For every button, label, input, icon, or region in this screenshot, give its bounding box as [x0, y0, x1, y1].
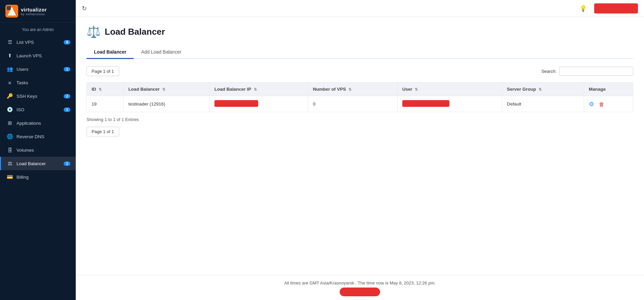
- table-row: 19 testloader (12916) 0: [87, 96, 633, 112]
- svg-rect-2: [7, 6, 11, 10]
- sidebar-logo: virtualizor by softaculous: [0, 0, 76, 23]
- search-label: Search:: [541, 69, 556, 74]
- sidebar: virtualizor by softaculous You are an Ad…: [0, 0, 76, 300]
- users-icon: 👥: [6, 66, 13, 72]
- sidebar-label-ssh-keys: SSH Keys: [16, 94, 62, 99]
- page-of-button-bottom[interactable]: Page 1 of 1: [87, 127, 119, 137]
- controls-row-top: Page 1 of 1 Search:: [87, 66, 633, 76]
- list-vps-badge: 8: [64, 40, 70, 44]
- sidebar-item-list-vps[interactable]: ☰ List VPS 8: [0, 35, 76, 49]
- tasks-icon: ≡: [6, 79, 13, 86]
- col-header-num-vps: Number of VPS ⇅: [308, 83, 397, 96]
- footer: All times are GMT Asia/Krasnoyarsk . The…: [76, 275, 644, 300]
- reverse-dns-icon: 🌐: [6, 133, 13, 140]
- sidebar-item-reverse-dns[interactable]: 🌐 Reverse DNS: [0, 130, 76, 143]
- launch-vps-icon: ⬆: [6, 52, 13, 59]
- sidebar-label-reverse-dns: Reverse DNS: [16, 134, 70, 139]
- refresh-button[interactable]: ↻: [82, 5, 87, 12]
- cell-load-balancer: testloader (12916): [124, 96, 210, 112]
- logo-main-text: virtualizor: [21, 7, 47, 12]
- lb-ip-redacted: [214, 100, 258, 107]
- page-header: ⚖️ Load Balancer: [87, 25, 633, 38]
- sidebar-label-load-balancer: Load Balancer: [16, 161, 62, 166]
- controls-row-bottom: Page 1 of 1: [87, 127, 633, 137]
- showing-entries-text: Showing 1 to 1 of 1 Entries: [87, 117, 633, 122]
- volumes-icon: 🗄: [6, 147, 13, 153]
- sidebar-admin-label: You are an Admin: [0, 26, 76, 35]
- sidebar-label-applications: Applications: [16, 121, 70, 126]
- tabs-container: Load Balancer Add Load Balancer: [87, 46, 633, 59]
- sidebar-item-launch-vps[interactable]: ⬆ Launch VPS: [0, 49, 76, 62]
- sidebar-label-billing: Billing: [16, 175, 70, 180]
- cell-server-group: Default: [502, 96, 584, 112]
- footer-text: All times are GMT Asia/Krasnoyarsk . The…: [79, 280, 641, 286]
- col-header-id: ID ⇅: [87, 83, 124, 96]
- sidebar-item-users[interactable]: 👥 Users 1: [0, 62, 76, 76]
- ssh-keys-badge: 2: [64, 94, 70, 98]
- logo-sub-text: by softaculous: [21, 12, 47, 16]
- manage-settings-button[interactable]: ⚙: [589, 101, 594, 108]
- table-header-row: ID ⇅ Load Balancer ⇅ Load Balancer IP ⇅: [87, 83, 633, 96]
- sidebar-item-load-balancer[interactable]: ⚖ Load Balancer 1: [0, 157, 76, 170]
- logo-text: virtualizor by softaculous: [21, 7, 47, 16]
- sort-icon-num-vps[interactable]: ⇅: [348, 87, 351, 91]
- sort-icon-lb[interactable]: ⇅: [162, 87, 165, 91]
- cell-id: 19: [87, 96, 124, 112]
- cell-manage: ⚙ 🗑: [584, 96, 633, 112]
- sidebar-label-list-vps: List VPS: [16, 40, 62, 45]
- iso-badge: 1: [64, 108, 70, 112]
- user-redacted: [402, 100, 449, 107]
- search-input[interactable]: [559, 67, 633, 76]
- sidebar-nav: ☰ List VPS 8 ⬆ Launch VPS 👥 Users 1 ≡ Ta…: [0, 35, 76, 184]
- cell-user: [397, 96, 502, 112]
- sort-icon-id[interactable]: ⇅: [99, 87, 102, 91]
- sidebar-label-tasks: Tasks: [16, 80, 70, 85]
- sidebar-label-iso: ISO: [16, 107, 62, 112]
- ssh-keys-icon: 🔑: [6, 93, 13, 99]
- data-table: ID ⇅ Load Balancer ⇅ Load Balancer IP ⇅: [87, 82, 633, 112]
- topbar-user-menu[interactable]: [594, 3, 638, 13]
- sort-icon-lb-ip[interactable]: ⇅: [254, 87, 257, 91]
- billing-icon: 💳: [6, 174, 13, 180]
- sidebar-label-launch-vps: Launch VPS: [16, 53, 70, 58]
- col-header-user: User ⇅: [397, 83, 502, 96]
- page-of-button-top[interactable]: Page 1 of 1: [87, 66, 119, 76]
- col-header-server-group: Server Group ⇅: [502, 83, 584, 96]
- sidebar-item-applications[interactable]: ⊞ Applications: [0, 116, 76, 130]
- cell-lb-ip: [209, 96, 308, 112]
- col-header-lb-ip: Load Balancer IP ⇅: [209, 83, 308, 96]
- bulb-icon[interactable]: 💡: [579, 5, 587, 12]
- sidebar-item-iso[interactable]: 💿 ISO 1: [0, 103, 76, 116]
- sidebar-item-ssh-keys[interactable]: 🔑 SSH Keys 2: [0, 89, 76, 103]
- footer-redacted-bar: [340, 288, 380, 296]
- sort-icon-server-group[interactable]: ⇅: [539, 87, 542, 91]
- col-header-load-balancer: Load Balancer ⇅: [124, 83, 210, 96]
- sort-icon-user[interactable]: ⇅: [415, 87, 418, 91]
- topbar: ↻ 💡: [76, 0, 644, 17]
- page-title: Load Balancer: [105, 27, 165, 37]
- sidebar-item-tasks[interactable]: ≡ Tasks: [0, 76, 76, 89]
- logo-icon: [5, 5, 18, 18]
- sidebar-label-users: Users: [16, 67, 62, 72]
- load-balancer-badge: 1: [64, 161, 70, 166]
- applications-icon: ⊞: [6, 120, 13, 126]
- sidebar-item-volumes[interactable]: 🗄 Volumes: [0, 143, 76, 157]
- manage-delete-button[interactable]: 🗑: [599, 101, 604, 107]
- page-header-icon: ⚖️: [87, 25, 101, 38]
- main-content: ↻ 💡 ⚖️ Load Balancer Load Balancer Add L…: [76, 0, 644, 300]
- tab-load-balancer[interactable]: Load Balancer: [87, 46, 134, 59]
- users-badge: 1: [64, 67, 70, 71]
- page-body: ⚖️ Load Balancer Load Balancer Add Load …: [76, 17, 644, 275]
- load-balancer-icon: ⚖: [6, 160, 13, 167]
- cell-num-vps: 0: [308, 96, 397, 112]
- sidebar-label-volumes: Volumes: [16, 148, 70, 153]
- tab-add-load-balancer[interactable]: Add Load Balancer: [134, 46, 189, 59]
- iso-icon: 💿: [6, 106, 13, 113]
- sidebar-item-billing[interactable]: 💳 Billing: [0, 170, 76, 184]
- col-header-manage: Manage: [584, 83, 633, 96]
- list-vps-icon: ☰: [6, 39, 13, 46]
